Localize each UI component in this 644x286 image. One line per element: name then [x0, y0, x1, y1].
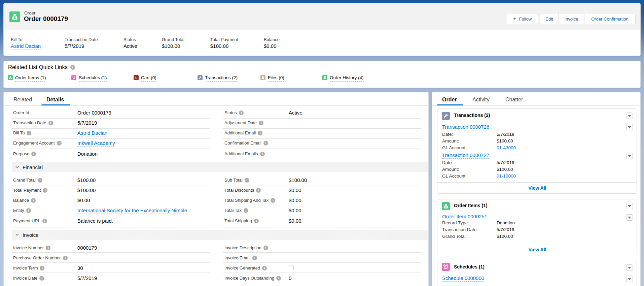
svg-text:$: $ [324, 77, 325, 79]
svg-text:$: $ [14, 15, 16, 20]
svg-text:$: $ [445, 205, 447, 209]
svg-text:$: $ [10, 77, 11, 79]
